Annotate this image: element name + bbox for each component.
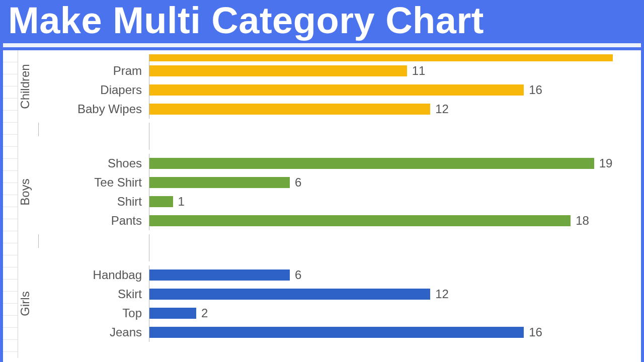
chart-group-boys: Boys Shoes 19 Tee Shirt 6: [18, 150, 637, 234]
item-label: Jeans: [43, 325, 149, 339]
bar-value: 12: [435, 287, 449, 301]
group-separator: [18, 123, 637, 150]
item-label: Top: [43, 306, 149, 320]
item-label: Skirt: [43, 287, 149, 301]
bar: [149, 289, 430, 300]
bar: [149, 104, 430, 115]
bar-value: 19: [599, 156, 613, 170]
bar-value: 18: [576, 214, 589, 228]
bar-value: 1: [178, 195, 185, 209]
group-separator: [18, 234, 637, 261]
gridlines: [3, 50, 18, 358]
group-label: Girls: [18, 291, 32, 316]
chart-group-children: Children Pram 11: [18, 50, 637, 123]
item-label: Baby Wipes: [43, 102, 149, 116]
chart-row: Shoes 19: [43, 154, 637, 173]
chart-row: Baby Wipes 12: [43, 100, 637, 119]
bar: [149, 215, 571, 226]
bar-value: 6: [295, 268, 301, 282]
chart-row: Tee Shirt 6: [43, 173, 637, 192]
bar: [149, 65, 407, 76]
item-label: Pants: [43, 214, 149, 228]
bar: [149, 84, 524, 96]
bar: [149, 327, 524, 338]
chart-group-girls: Girls Handbag 6 Skirt 12: [18, 261, 637, 346]
bar-value: 16: [529, 83, 542, 97]
bar: [149, 177, 290, 188]
bar-value: 16: [529, 325, 542, 339]
item-label: [43, 54, 149, 61]
item-label: Tee Shirt: [43, 175, 149, 190]
item-label: Handbag: [43, 268, 149, 282]
chart-row: Skirt 12: [43, 285, 637, 304]
spreadsheet-area: Children Pram 11: [3, 50, 641, 358]
bar: [149, 269, 290, 281]
chart-row: Shirt 1: [43, 192, 637, 211]
item-label: Shoes: [43, 156, 149, 170]
chart: Children Pram 11: [18, 50, 637, 358]
item-label: Shirt: [43, 195, 149, 209]
chart-row: [43, 54, 637, 61]
chart-row: Diapers 16: [43, 80, 637, 100]
item-label: Diapers: [43, 83, 149, 97]
bar: [149, 196, 173, 207]
page-title: Make Multi Category Chart: [3, 0, 641, 43]
bar-value: 11: [412, 64, 426, 78]
chart-row: Jeans 16: [43, 323, 637, 342]
toolbar-strip: [3, 43, 641, 50]
bar: [149, 158, 594, 169]
bar-value: 12: [435, 102, 449, 116]
bar-value: 2: [201, 306, 208, 320]
chart-row: Handbag 6: [43, 265, 637, 285]
chart-row: Pram 11: [43, 61, 637, 80]
group-label: Children: [18, 64, 32, 109]
bar: [149, 54, 613, 61]
item-label: Pram: [43, 64, 149, 78]
bar: [149, 308, 196, 319]
bar-value: 6: [295, 175, 301, 190]
group-label: Boys: [18, 178, 32, 205]
chart-row: Pants 18: [43, 211, 637, 230]
chart-row: Top 2: [43, 304, 637, 323]
